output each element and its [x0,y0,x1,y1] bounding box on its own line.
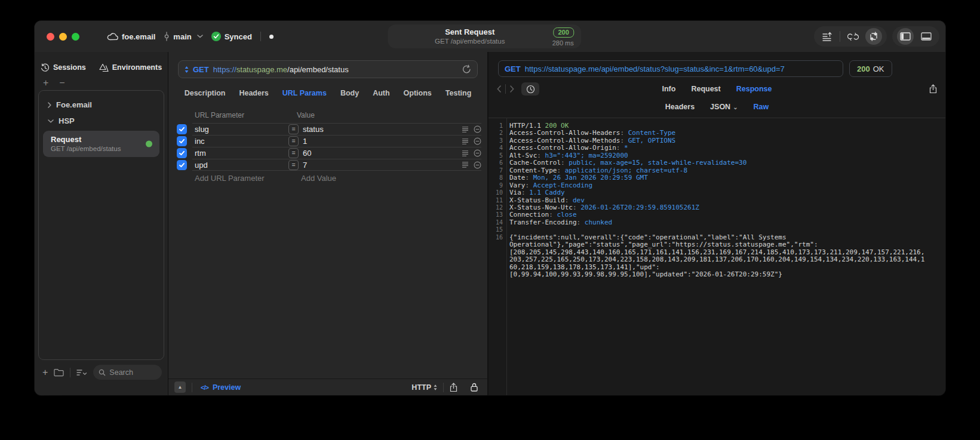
resend-request-icon[interactable] [462,64,471,74]
param-enabled-checkbox[interactable] [177,148,187,158]
tab-body[interactable]: Body [340,89,359,97]
param-value-cell[interactable]: 60 [303,149,462,158]
history-forward-icon[interactable] [510,85,514,93]
param-enabled-checkbox[interactable] [177,124,187,134]
history-back-icon[interactable] [497,85,501,93]
column-header-value: Value [297,111,315,119]
toolbar-group-panels [892,26,939,47]
sidebar-tab-environments[interactable]: Environments [99,63,162,72]
request-method[interactable]: GET [193,65,209,74]
synced-check-icon [211,32,221,41]
project-name: foe.email [122,32,155,41]
remove-session-button[interactable]: − [59,78,64,88]
add-request-button[interactable]: + [42,370,48,376]
param-enabled-checkbox[interactable] [177,160,187,170]
traffic-lights [35,33,79,41]
tab-response[interactable]: Response [736,85,772,93]
preview-button[interactable]: </> Preview [201,383,241,392]
equals-icon: = [288,124,299,134]
collapse-panel-button[interactable]: ▲ [174,381,186,393]
toggle-bottom-panel-icon[interactable] [918,28,935,45]
column-header-parameter: URL Parameter [195,111,244,119]
param-name-cell[interactable]: inc [192,137,288,146]
tree-group-label: HSP [59,116,75,125]
panel-collapse-icon: ▲ [178,384,183,390]
reorder-handle-icon[interactable] [462,126,469,133]
sent-request-pill[interactable]: Sent Request GET /api/embed/status 200 2… [388,24,581,48]
import-export-icon[interactable] [865,28,882,45]
sync-loops-icon[interactable] [844,28,861,45]
param-name-cell[interactable]: slug [192,125,288,134]
cloud-icon [107,32,118,41]
tab-description[interactable]: Description [185,89,226,97]
reorder-handle-icon[interactable] [462,150,469,157]
commit-icon [164,32,170,41]
tab-raw[interactable]: Raw [754,103,769,111]
url-path: /api/embed/status [287,65,349,74]
sessions-tree: Foe.email HSP Request GET /api/embed/sta… [38,90,164,360]
tab-auth[interactable]: Auth [373,89,389,97]
params-rows: slug=statusinc=1rtm=60upd=7 [168,123,487,171]
request-footer: ▲ </> Preview HTTP [168,379,487,395]
response-url-box[interactable]: GET https://statuspage.me/api/embed/stat… [498,60,843,77]
footer-divider [192,383,192,392]
remove-param-icon[interactable] [474,137,481,145]
request-url[interactable]: https://statuspage.me/api/embed/status [213,65,349,74]
tab-request[interactable]: Request [691,85,720,93]
tab-headers[interactable]: Headers [239,89,268,97]
param-name-cell[interactable]: rtm [192,149,288,158]
response-url: https://statuspage.me/api/embed/status?s… [525,64,785,73]
toggle-left-panel-icon[interactable] [897,28,914,45]
add-value[interactable]: Add Value [301,174,336,183]
sidebar-tab-sessions[interactable]: Sessions [41,63,86,72]
tree-group-hsp[interactable]: HSP [39,113,164,129]
tab-url-params[interactable]: URL Params [282,89,327,97]
param-value-cell[interactable]: 1 [303,137,462,146]
reorder-handle-icon[interactable] [462,161,469,168]
param-value-cell[interactable]: 7 [303,161,462,170]
equals-icon: = [288,160,299,170]
tab-json[interactable]: JSON⌄ [710,103,738,111]
titlebar: foe.email main Synced [35,21,945,52]
share-icon[interactable] [450,383,457,392]
tree-request-item[interactable]: Request GET /api/embed/status [43,131,159,157]
environments-tab-label: Environments [112,63,162,72]
zoom-window-button[interactable] [72,33,79,41]
add-url-parameter[interactable]: Add URL Parameter [195,174,301,183]
remove-param-icon[interactable] [474,149,481,157]
close-window-button[interactable] [47,33,54,41]
tab-options[interactable]: Options [404,89,432,97]
tree-group-foe-email[interactable]: Foe.email [39,97,164,113]
sync-status-button[interactable]: Synced [211,32,252,41]
project-button[interactable]: foe.email [107,32,155,41]
export-response-icon[interactable] [929,84,937,94]
param-enabled-checkbox[interactable] [177,136,187,146]
tab-headers[interactable]: Headers [665,103,695,111]
sidebar-search-input[interactable]: Search [93,365,162,380]
request-url-bar[interactable]: GET https://statuspage.me/api/embed/stat… [178,60,478,78]
lock-icon[interactable] [471,383,478,392]
footer-divider [443,383,444,392]
param-row-inc: inc=1 [168,135,487,147]
minimize-window-button[interactable] [59,33,67,41]
sidebar: Sessions Environments + − Foe. [35,52,168,395]
chevron-down-icon [48,119,54,123]
remove-param-icon[interactable] [474,125,481,133]
param-value-cell[interactable]: status [303,125,462,134]
url-params-editor: URL Parameter Value slug=statusinc=1rtm=… [168,110,487,379]
tab-info[interactable]: Info [662,85,676,93]
param-name-cell[interactable]: upd [192,161,288,170]
tab-testing[interactable]: Testing [446,89,472,97]
add-session-button[interactable]: + [43,78,48,88]
response-history-button[interactable] [521,82,539,96]
new-folder-icon[interactable] [54,368,64,377]
code-line: 14Transfer-Encoding: chunked [489,219,945,226]
protocol-selector[interactable]: HTTP [411,383,437,392]
response-raw-view[interactable]: 1HTTP/1.1 200 OK2Access-Control-Allow-He… [489,118,945,395]
export-list-icon[interactable] [819,28,835,45]
remove-param-icon[interactable] [474,161,481,169]
branch-selector[interactable]: main [164,32,202,41]
reorder-handle-icon[interactable] [462,138,469,145]
method-selector-icon[interactable] [185,66,189,73]
sort-filter-icon[interactable] [76,369,87,376]
